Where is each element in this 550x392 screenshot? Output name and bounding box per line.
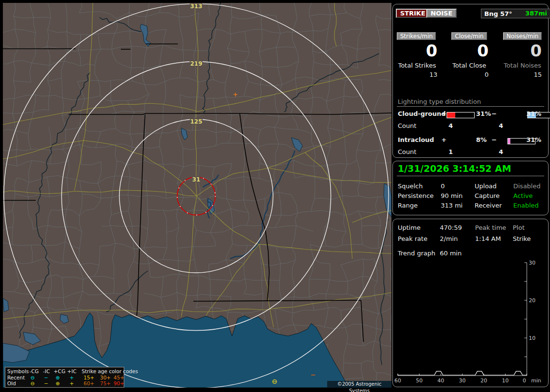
noises-per-min-button[interactable]: Noises/min <box>503 32 542 40</box>
ic-negative-count: 4 <box>499 148 503 155</box>
lightning-map[interactable]: 31321912531 +−⊖ <box>3 3 391 388</box>
upload-label: Upload <box>475 182 497 190</box>
svg-text:0: 0 <box>523 378 526 384</box>
age-75-label: 75+ <box>100 380 111 386</box>
neg-ic-old-icon: − <box>44 380 48 386</box>
cg-plus-sign: + <box>441 110 447 117</box>
cg-positive-count: 4 <box>449 122 453 129</box>
legend-col-pos-cg: +CG <box>54 368 65 374</box>
plot-header: Plot <box>513 224 525 231</box>
squelch-value: 0 <box>441 182 445 190</box>
legend-symbols-header: Symbols <box>7 368 29 374</box>
status-panel: 1/31/2026 3:14:52 AM Squelch 0 Upload Di… <box>392 161 549 215</box>
cg-negative-pct: 31% <box>526 110 541 117</box>
total-strikes-value: 13 <box>397 71 437 78</box>
total-close-label: Total Close <box>450 62 489 69</box>
svg-text:10: 10 <box>529 335 536 341</box>
map-legend: Symbols -CG -IC +CG +IC Strike age color… <box>5 367 124 388</box>
bearing-value: Bng 57° <box>484 10 512 17</box>
bearing-display: Bng 57° 387mi <box>481 9 550 18</box>
capture-label: Capture <box>475 192 500 199</box>
strike-counter-panel: STRIKE NOISE Bng 57° 387mi Strikes/min 0… <box>392 4 549 158</box>
legend-col-neg-ic: -IC <box>43 368 50 374</box>
pos-cg-recent-icon: ⊕ <box>56 375 60 380</box>
neg-cg-recent-icon: ⊖ <box>30 375 35 380</box>
plot-value: Strike <box>513 235 531 242</box>
noises-counter-column: Noises/min 0 Total Noises 15 <box>503 31 542 78</box>
peak-time-value: 1:14 AM <box>475 235 501 242</box>
peak-time-header: Peak time <box>475 224 506 231</box>
noises-rate-value: 0 <box>503 42 542 59</box>
trend-graph-chart: 6050403020100min102030 <box>393 258 548 386</box>
strikes-per-min-button[interactable]: Strikes/min <box>397 32 436 40</box>
total-strikes-label: Total Strikes <box>397 62 437 69</box>
close-counter-column: Close/min 0 Total Close 0 <box>450 31 489 78</box>
svg-text:125: 125 <box>190 118 202 125</box>
ic-positive-pct: 8% <box>476 136 487 143</box>
svg-text:30: 30 <box>459 378 466 384</box>
svg-text:31: 31 <box>192 176 201 183</box>
legend-col-pos-ic: +IC <box>67 368 76 374</box>
close-rate-value: 0 <box>450 42 489 59</box>
total-noises-value: 15 <box>503 71 542 78</box>
trend-graph-label: Trend graph <box>398 250 435 257</box>
bearing-distance: 387mi <box>525 10 547 17</box>
uptime-label: Uptime <box>398 224 420 231</box>
total-noises-label: Total Noises <box>503 62 542 69</box>
legend-age-header: Strike age color codes <box>82 368 138 374</box>
svg-text:30: 30 <box>529 260 536 266</box>
close-per-min-button[interactable]: Close/min <box>451 32 487 40</box>
svg-text:40: 40 <box>437 378 444 384</box>
receiver-status: Enabled <box>513 202 539 209</box>
ic-minus-sign: − <box>492 136 497 143</box>
svg-text:10: 10 <box>502 378 509 384</box>
total-close-value: 0 <box>450 71 489 78</box>
legend-recent-label: Recent <box>7 375 25 380</box>
uptime-value: 470:59 <box>440 224 462 231</box>
strike-toggle-button[interactable]: STRIKE <box>396 9 430 18</box>
cg-negative-count: 4 <box>499 122 503 129</box>
svg-text:min: min <box>531 378 541 384</box>
receiver-label: Receiver <box>475 202 502 209</box>
trend-window-value: 60 min <box>440 250 462 257</box>
neg-ic-recent-icon: − <box>44 375 48 380</box>
squelch-label: Squelch <box>398 182 423 190</box>
strikes-rate-value: 0 <box>397 42 437 59</box>
copyright-label: ©2005 Astrogenic Systems <box>327 381 391 388</box>
pos-cg-old-icon: ⊕ <box>56 380 60 386</box>
range-label: Range <box>398 202 418 209</box>
age-90-label: 90+ <box>114 380 124 386</box>
noise-toggle-button[interactable]: NOISE <box>426 9 457 18</box>
ic-negative-pct: 31% <box>526 136 541 143</box>
cg-count-label: Count <box>398 122 417 129</box>
strike-marker-cloud-ground-negative-old: ⊖ <box>272 378 277 385</box>
peak-rate-label: Peak rate <box>398 235 427 242</box>
svg-text:219: 219 <box>190 60 202 67</box>
intracloud-label: Intracloud <box>398 136 434 143</box>
pos-ic-recent-icon: + <box>70 375 74 380</box>
cg-minus-sign: − <box>492 110 497 117</box>
svg-text:20: 20 <box>529 297 536 304</box>
datetime-display: 1/31/2026 3:14:52 AM <box>398 163 511 174</box>
age-60-label: 60+ <box>84 380 94 386</box>
svg-text:313: 313 <box>190 3 202 10</box>
legend-col-neg-cg: -CG <box>29 368 39 374</box>
upload-status: Disabled <box>513 182 540 190</box>
app-window: 31321912531 +−⊖ Symbols -CG -IC +CG +IC … <box>0 0 550 392</box>
age-30-label: 30+ <box>100 375 111 380</box>
distribution-divider <box>397 106 544 107</box>
persistence-label: Persistence <box>398 192 434 199</box>
status-divider <box>397 176 544 176</box>
legend-old-label: Old <box>7 380 16 386</box>
trend-panel: Uptime 470:59 Peak time Plot Peak rate 2… <box>392 219 549 387</box>
cg-positive-pct: 31% <box>476 110 491 117</box>
capture-status: Active <box>513 192 533 199</box>
range-value: 313 mi <box>441 202 463 209</box>
svg-text:20: 20 <box>480 378 487 384</box>
strikes-counter-column: Strikes/min 0 Total Strikes 13 <box>397 31 437 78</box>
age-15-label: 15+ <box>84 375 94 380</box>
pos-ic-old-icon: + <box>70 380 74 386</box>
cg-positive-bar <box>447 112 475 118</box>
svg-text:60: 60 <box>394 378 401 384</box>
peak-rate-value: 2/min <box>440 235 458 242</box>
